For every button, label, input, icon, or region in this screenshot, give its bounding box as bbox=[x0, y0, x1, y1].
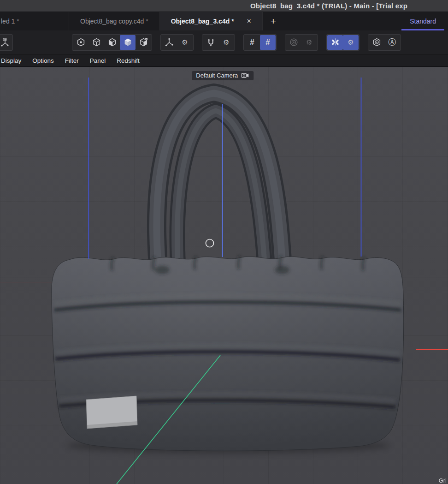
object-axis-tool-icon bbox=[0, 38, 9, 47]
workplane-toggle-icon: # bbox=[265, 38, 270, 46]
bag-model[interactable] bbox=[52, 93, 404, 453]
hud-grid-readout: Gri bbox=[439, 477, 447, 484]
viewport-menubar: Display Options Filter Panel Redshift bbox=[0, 54, 448, 67]
uv-mode-button[interactable] bbox=[136, 35, 151, 50]
falloff-button[interactable] bbox=[286, 35, 301, 50]
object-axis-tool-button[interactable] bbox=[0, 35, 12, 50]
menu-options[interactable]: Options bbox=[32, 57, 54, 64]
tab-untitled-1[interactable]: led 1 * bbox=[0, 12, 69, 30]
menu-panel[interactable]: Panel bbox=[90, 57, 106, 64]
tab-object8-bag-3[interactable]: Object8_bag_3.c4d * × bbox=[160, 12, 263, 30]
camera-icon bbox=[241, 72, 249, 78]
bag-handles bbox=[157, 93, 283, 277]
uv-mode-icon bbox=[139, 38, 148, 47]
3d-viewport[interactable]: Default Camera Gri bbox=[0, 67, 448, 484]
texture-mode-button[interactable] bbox=[104, 35, 120, 50]
tool-group-falloff: ⚙ bbox=[285, 34, 318, 51]
new-tab-button[interactable]: + bbox=[263, 12, 284, 30]
gear-icon: ⚙ bbox=[306, 39, 312, 46]
camera-label-text: Default Camera bbox=[196, 72, 238, 79]
close-tab-icon[interactable]: × bbox=[247, 17, 251, 25]
tab-label: Object8_bag copy.c4d * bbox=[80, 18, 148, 25]
document-tabbar: led 1 * Object8_bag copy.c4d * Object8_b… bbox=[0, 12, 448, 30]
tab-label: led 1 * bbox=[1, 18, 19, 25]
symmetry-icon bbox=[331, 38, 340, 47]
solo-button[interactable] bbox=[369, 35, 384, 50]
window-title: Object8_bag_3.c4d * (TRIAL) - Main - [Tr… bbox=[250, 2, 407, 10]
symmetry-button[interactable] bbox=[327, 35, 343, 50]
tool-group-workplane: # # bbox=[243, 34, 277, 51]
make-editable-icon bbox=[77, 38, 85, 47]
annotation-button[interactable]: Ⓐ bbox=[384, 35, 400, 50]
cinema4d-window: Object8_bag_3.c4d * (TRIAL) - Main - [Tr… bbox=[0, 0, 448, 484]
tool-group-axis: ⚙ bbox=[160, 34, 194, 51]
enable-axis-button[interactable] bbox=[161, 35, 177, 50]
layout-selector[interactable]: Standard bbox=[398, 12, 448, 30]
bag-label-patch bbox=[86, 396, 137, 429]
workplane-toggle-button[interactable]: # bbox=[260, 35, 276, 50]
viewport-scene bbox=[0, 67, 448, 484]
tab-label: Object8_bag_3.c4d * bbox=[171, 18, 234, 25]
titlebar: Object8_bag_3.c4d * (TRIAL) - Main - [Tr… bbox=[0, 0, 448, 12]
symmetry-settings-button[interactable]: ⚙ bbox=[343, 35, 359, 50]
gear-icon: ⚙ bbox=[348, 39, 354, 46]
camera-label[interactable]: Default Camera bbox=[192, 71, 253, 80]
workplane-icon: # bbox=[250, 38, 254, 46]
polygon-mode-icon bbox=[124, 38, 132, 47]
annotation-icon: Ⓐ bbox=[389, 38, 396, 46]
falloff-icon bbox=[289, 38, 298, 47]
menu-display[interactable]: Display bbox=[1, 57, 21, 64]
enable-axis-icon bbox=[165, 38, 174, 47]
tool-group-symmetry: ⚙ bbox=[326, 34, 360, 51]
axis-settings-button[interactable]: ⚙ bbox=[177, 35, 193, 50]
snap-button[interactable] bbox=[203, 35, 218, 50]
tool-group-snap: ⚙ bbox=[202, 34, 235, 51]
model-mode-icon bbox=[92, 38, 101, 47]
gizmo-center-handle[interactable] bbox=[206, 239, 214, 247]
polygon-mode-button[interactable] bbox=[120, 35, 136, 50]
make-editable-button[interactable] bbox=[73, 35, 88, 50]
tool-group-cut bbox=[0, 34, 13, 51]
falloff-settings-button[interactable]: ⚙ bbox=[301, 35, 317, 50]
tab-object8-bag-copy[interactable]: Object8_bag copy.c4d * bbox=[69, 12, 160, 30]
workplane-button[interactable]: # bbox=[244, 35, 260, 50]
layout-selector-label: Standard bbox=[410, 18, 436, 25]
texture-mode-icon bbox=[108, 38, 117, 47]
model-mode-button[interactable] bbox=[88, 35, 104, 50]
menu-filter[interactable]: Filter bbox=[65, 57, 79, 64]
tool-group-modes bbox=[72, 34, 152, 51]
snap-icon bbox=[206, 38, 215, 47]
solo-icon bbox=[372, 38, 381, 47]
gear-icon: ⚙ bbox=[182, 39, 188, 46]
viewport-toolbar: ⚙ ⚙ # # bbox=[0, 30, 448, 54]
snap-settings-button[interactable]: ⚙ bbox=[218, 35, 234, 50]
tool-group-view: Ⓐ bbox=[368, 34, 401, 51]
menu-redshift[interactable]: Redshift bbox=[117, 57, 140, 64]
gear-icon: ⚙ bbox=[223, 39, 229, 46]
